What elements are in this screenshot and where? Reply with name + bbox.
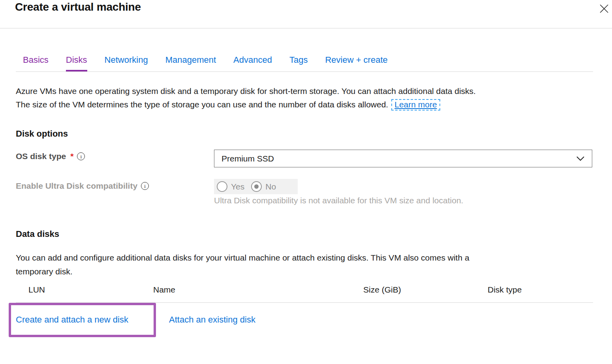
data-disks-description: You can add and configure additional dat… — [16, 251, 469, 278]
tab-review-create[interactable]: Review + create — [325, 55, 387, 71]
os-disk-type-value: Premium SSD — [222, 154, 576, 163]
tab-advanced[interactable]: Advanced — [233, 55, 272, 71]
os-disk-type-label: OS disk type — [16, 152, 66, 161]
create-and-attach-new-disk-link[interactable]: Create and attach a new disk — [16, 315, 128, 325]
os-disk-type-label-row: OS disk type* — [16, 152, 85, 161]
data-disks-heading: Data disks — [16, 229, 59, 239]
radio-yes[interactable] — [217, 181, 227, 192]
tab-management[interactable]: Management — [165, 55, 216, 71]
info-icon[interactable] — [141, 182, 149, 190]
create-vm-dialog: Create a virtual machine Basics Disks Ne… — [0, 0, 612, 364]
required-marker: * — [70, 152, 73, 161]
ultra-disk-helper-text: Ultra Disk compatibility is not availabl… — [214, 196, 463, 205]
tab-disks[interactable]: Disks — [66, 55, 87, 71]
chevron-down-icon — [576, 156, 585, 161]
column-header-size: Size (GiB) — [363, 285, 401, 295]
tab-networking[interactable]: Networking — [105, 55, 148, 71]
wizard-tabs: Basics Disks Networking Management Advan… — [16, 55, 593, 72]
disk-options-heading: Disk options — [16, 129, 68, 139]
table-divider — [16, 302, 593, 303]
ultra-disk-label-row: Enable Ultra Disk compatibility — [16, 181, 149, 191]
radio-no[interactable] — [251, 181, 262, 192]
intro-paragraph: Azure VMs have one operating system disk… — [16, 84, 476, 111]
intro-line-1: Azure VMs have one operating system disk… — [16, 84, 476, 98]
radio-yes-label: Yes — [231, 182, 244, 191]
column-header-name: Name — [153, 285, 175, 295]
attach-existing-disk-link[interactable]: Attach an existing disk — [169, 315, 255, 325]
os-disk-type-dropdown[interactable]: Premium SSD — [214, 150, 592, 167]
tab-basics[interactable]: Basics — [23, 55, 49, 71]
info-icon[interactable] — [77, 152, 85, 160]
page-title: Create a virtual machine — [15, 1, 141, 13]
intro-line-2-text: The size of the VM determines the type o… — [16, 100, 388, 109]
radio-no-label: No — [265, 182, 276, 191]
close-icon — [599, 3, 610, 14]
intro-line-2: The size of the VM determines the type o… — [16, 98, 476, 111]
learn-more-link[interactable]: Learn more — [391, 99, 440, 111]
close-button[interactable] — [597, 2, 611, 16]
data-disks-description-line-1: You can add and configure additional dat… — [16, 251, 469, 265]
column-header-lun: LUN — [28, 285, 45, 295]
ultra-disk-radio-group: Yes No — [214, 179, 298, 194]
tab-tags[interactable]: Tags — [289, 55, 308, 71]
column-header-disk-type: Disk type — [488, 285, 522, 295]
ultra-disk-label: Enable Ultra Disk compatibility — [16, 181, 137, 191]
header-divider — [0, 28, 612, 28]
data-disks-description-line-2: temporary disk. — [16, 265, 469, 278]
